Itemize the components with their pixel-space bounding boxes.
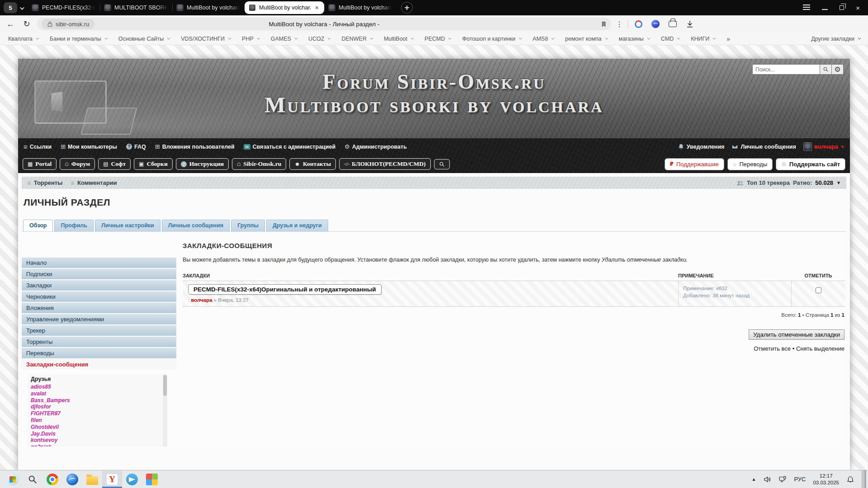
button-поддержать-сайт[interactable]: Поддержать сайт [776,158,845,170]
network-icon[interactable] [778,475,787,483]
new-tab-button[interactable]: + [401,2,413,14]
toolbar-контакты[interactable]: Контакты [289,158,336,170]
sidebar-item-подписки[interactable]: Подписки [22,269,176,279]
taskbar-apps-icon[interactable] [142,471,162,488]
friend-link[interactable]: FIGHTER87 [31,410,164,417]
sidebar-item-торренты[interactable]: Торренты [22,337,176,347]
domain-chip[interactable]: sibir-omsk.ru [42,19,94,29]
browser-tab[interactable]: MULTIBOOT SBORKA UNI [100,0,172,15]
button-поддержавшие[interactable]: Поддержавшие [665,158,724,170]
taskbar-search-icon[interactable] [23,471,42,488]
search-settings-button[interactable]: ⚙ [832,64,844,75]
speaker-icon[interactable] [763,475,771,483]
sidebar-item-вложения[interactable]: Вложения [22,303,176,313]
toolbar-инструкции[interactable]: Инструкции [176,158,229,170]
sidebar-item-закладки[interactable]: Закладки [22,280,176,291]
extension-tabs-icon[interactable] [669,21,677,27]
sidebar-item-трекер[interactable]: Трекер [22,325,176,336]
topnav-ссылки[interactable]: Ссылки [24,143,52,150]
bookmark-folder[interactable]: магазины [619,36,649,42]
tab-обзор[interactable]: Обзор [23,220,53,231]
friend-link[interactable]: djfosfor [31,404,164,410]
button-переводы[interactable]: Переводы [727,158,773,170]
bookmarks-overflow-icon[interactable]: » [726,35,730,42]
bookmark-folder[interactable]: AMS8 [533,36,553,42]
mark-checkbox[interactable] [816,287,821,293]
other-bookmarks[interactable]: Другие закладки [811,36,860,42]
downloads-icon[interactable] [686,20,694,28]
bookmark-folder[interactable]: MultiBoot [384,36,413,42]
bookmark-folder[interactable]: DENWER [341,36,372,42]
browser-tab[interactable]: MultiBoot by volchara - Ho [172,0,245,15]
bookmark-folder[interactable]: КНИГИ [691,36,715,42]
author-link[interactable]: волчара [191,297,212,303]
toolbar-блокнот-pecmd-cmd-[interactable]: БЛОКНОТ(PECMD/CMD) [339,158,430,170]
bookmark-folder[interactable]: Банки и терминалы [50,36,107,42]
toolbar-сборки[interactable]: Сборки [134,158,173,170]
tab-counter[interactable]: 5 [4,2,17,13]
taskbar-yandex-icon[interactable]: Y [102,471,122,488]
bookmark-folder[interactable]: PHP [242,36,259,42]
sidebar-item-начало[interactable]: Начало [22,258,176,268]
user-menu[interactable]: волчара ▼ [803,142,844,151]
bookmark-folder[interactable]: VDS/ХОСТИНГИ [181,36,230,42]
sidebar-item-управление-уведомлениями[interactable]: Управление уведомлениями [22,314,176,324]
browser-tab[interactable]: MultiBoot by volchara - Po [324,0,396,15]
friend-link[interactable]: filen [31,417,164,424]
browser-tab[interactable]: PECMD-FILES(x32-x64)Оp [28,0,100,15]
language-indicator[interactable]: РУС [794,476,806,483]
tab-личные-сообщения[interactable]: Личные сообщения [162,220,230,231]
close-tab-icon[interactable]: × [314,4,320,11]
forum-search-input[interactable] [752,64,820,75]
browser-tab[interactable]: MultiBoot by volchara -× [245,1,324,14]
tray-expand-icon[interactable]: ▲ [751,477,756,482]
show-desktop-button[interactable] [862,470,866,488]
clock[interactable]: 12:17 03.03.2025 [813,473,839,486]
friend-link[interactable]: Bass_Bampers [31,397,164,404]
topnav-вложения-пользователей[interactable]: Вложения пользователей [155,143,235,150]
ratio-dropdown-icon[interactable]: ▼ [836,180,841,185]
bookmark-folder[interactable]: ремонт компа [565,36,607,42]
messages-link[interactable]: Личные сообщения [731,143,796,150]
taskbar-blue-icon[interactable] [62,471,82,488]
friend-link[interactable]: adios85 [31,384,164,390]
reload-icon[interactable]: ↻ [21,19,33,29]
search-button[interactable] [820,64,832,75]
bookmark-folder[interactable]: Кваплата [8,36,38,42]
toolbar-search-button[interactable] [434,159,450,169]
topnav-связаться-с-администрацией[interactable]: Связаться с администрацией [244,144,336,150]
subnav-торренты[interactable]: ≡Торренты [27,179,62,187]
tab-группы[interactable]: Группы [231,220,265,231]
bookmark-folder[interactable]: Фотошоп и картинки [462,36,521,42]
extension-globe-icon[interactable] [651,20,660,28]
friend-link[interactable]: Ghostdevil [31,424,164,431]
bookmark-topic-button[interactable]: PECMD-FILES(x32-x64)Оригинальный и отред… [188,284,382,295]
toolbar-sibir-omsk-ru[interactable]: Sibir-Omsk.ru [232,158,286,170]
friends-scrollbar[interactable] [163,374,167,446]
close-button[interactable]: × [856,4,860,12]
friend-link[interactable]: kontsevoy [31,437,164,444]
friend-link[interactable]: avalat [31,390,164,397]
omnibox-menu-icon[interactable]: ⋮ [616,20,623,28]
tab-личные-настройки[interactable]: Личные настройки [95,220,160,231]
notifications-link[interactable]: Уведомления [678,143,725,150]
friend-link[interactable]: pp2nick [31,444,164,446]
bookmark-flag-icon[interactable] [601,21,607,27]
toolbar-portal[interactable]: Portal [23,158,57,170]
subnav-комментарии[interactable]: ≡Комментарии [71,179,117,187]
friend-link[interactable]: Jay.Davis [31,431,164,437]
topnav-faq[interactable]: FAQ [126,144,146,150]
taskbar-chrome-icon[interactable] [42,471,62,488]
minimize-button[interactable] [822,4,828,12]
tab-list-chevron-icon[interactable] [20,4,23,12]
toolbar-форум[interactable]: Форум [60,158,95,170]
select-all-link[interactable]: Отметить все [754,345,791,352]
taskbar-telegram-icon[interactable] [122,471,142,488]
tab-профиль[interactable]: Профиль [54,220,94,231]
bookmark-folder[interactable]: CMD [661,36,679,42]
taskbar-folder-icon[interactable] [82,471,102,488]
tab-друзья-и-недруги[interactable]: Друзья и недруги [266,220,328,231]
sidebar-item-закладки-сообщения[interactable]: Закладки-сообщения [22,359,176,370]
browser-menu-icon[interactable] [803,4,810,12]
sidebar-item-переводы[interactable]: Переводы [22,348,176,358]
